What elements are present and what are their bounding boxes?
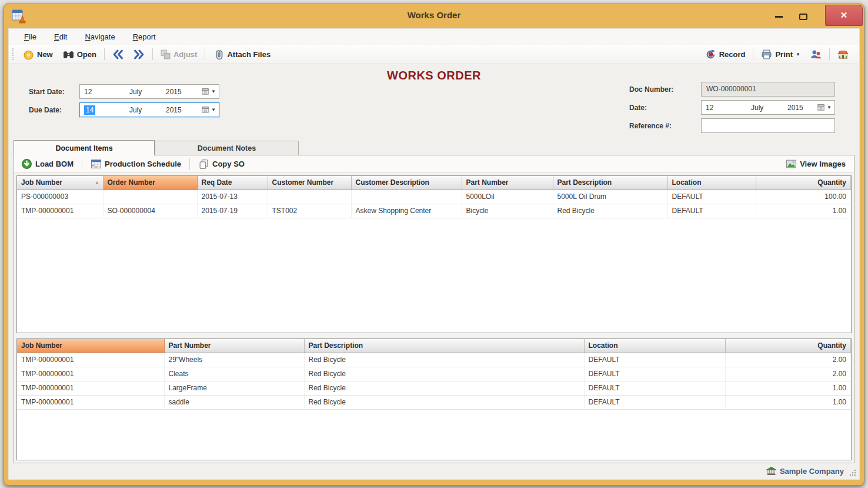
reference-input[interactable] (701, 118, 835, 133)
table-cell[interactable]: 5000LOil (462, 190, 553, 204)
table-cell[interactable]: 2015-07-19 (197, 204, 268, 218)
menu-navigate[interactable]: Navigate (85, 32, 115, 41)
doc-date-calendar-button[interactable]: ▼ (814, 104, 834, 111)
open-button[interactable]: Open (61, 47, 99, 62)
column-header[interactable]: Location (667, 176, 756, 190)
table-cell[interactable]: TMP-000000001 (17, 367, 164, 381)
start-date-year[interactable]: 2015 (166, 88, 199, 96)
table-row[interactable]: TMP-000000001SO-0000000042015-07-19TST00… (17, 204, 851, 218)
table-cell[interactable] (268, 190, 351, 204)
column-header[interactable]: Req Date (197, 176, 268, 190)
table-row[interactable]: TMP-000000001LargeFrameRed BicycleDEFAUL… (17, 381, 851, 395)
record-button[interactable]: Record (703, 47, 748, 62)
table-cell[interactable]: DEFAULT (584, 353, 725, 367)
production-schedule-button[interactable]: Production Schedule (88, 157, 183, 171)
load-bom-button[interactable]: Load BOM (19, 157, 76, 171)
due-date-year[interactable]: 2015 (166, 106, 199, 114)
column-header[interactable]: Quantity (725, 339, 851, 353)
maximize-button[interactable] (792, 8, 814, 25)
table-cell[interactable]: DEFAULT (584, 395, 725, 409)
table-cell[interactable]: TST002 (268, 204, 351, 218)
table-cell[interactable]: 1.00 (725, 381, 851, 395)
new-button[interactable]: New (21, 47, 55, 62)
due-date-field[interactable]: 14 July 2015 ▼ (79, 102, 219, 117)
doc-date-field[interactable]: 12 July 2015 ▼ (701, 100, 835, 115)
print-button[interactable]: Print ▼ (759, 47, 803, 62)
column-header[interactable]: Part Number (164, 339, 304, 353)
table-cell[interactable]: 100.00 (756, 190, 851, 204)
copy-so-button[interactable]: Copy SO (196, 157, 247, 171)
column-header[interactable]: Order Number (103, 176, 197, 190)
table-row[interactable]: TMP-00000000129"WheelsRed BicycleDEFAULT… (17, 353, 851, 367)
close-button[interactable]: ✕ (825, 5, 863, 26)
table-cell[interactable]: SO-000000004 (103, 204, 197, 218)
column-header[interactable]: Job Number▲ (17, 176, 103, 190)
column-header[interactable]: Job Number (17, 339, 164, 353)
due-date-calendar-button[interactable]: ▼ (199, 106, 219, 114)
menu-edit[interactable]: Edit (54, 32, 67, 41)
table-cell[interactable]: Cleats (164, 367, 304, 381)
table-cell[interactable]: DEFAULT (667, 204, 756, 218)
due-date-month[interactable]: July (129, 106, 166, 114)
table-cell[interactable]: PS-000000003 (17, 190, 103, 204)
tab-document-items[interactable]: Document Items (14, 140, 155, 155)
toolbar-grip[interactable] (12, 48, 14, 60)
start-date-day[interactable]: 12 (80, 88, 129, 96)
view-images-button[interactable]: View Images (783, 157, 848, 171)
table-cell[interactable]: 1.00 (756, 204, 851, 218)
column-header[interactable]: Part Description (304, 339, 584, 353)
table-cell[interactable]: 29"Wheels (164, 353, 304, 367)
start-date-calendar-button[interactable]: ▼ (199, 88, 219, 95)
table-cell[interactable]: Red Bicycle (304, 367, 584, 381)
table-row[interactable]: TMP-000000001saddleRed BicycleDEFAULT1.0… (17, 395, 851, 409)
table-cell[interactable]: DEFAULT (584, 367, 725, 381)
print-dropdown-caret[interactable]: ▼ (796, 52, 800, 57)
table-cell[interactable]: DEFAULT (667, 190, 756, 204)
table-cell[interactable]: DEFAULT (584, 381, 725, 395)
table-cell[interactable]: LargeFrame (164, 381, 304, 395)
table-cell[interactable]: Red Bicycle (304, 381, 584, 395)
doc-date-month[interactable]: July (751, 104, 787, 112)
table-cell[interactable]: 2.00 (725, 353, 851, 367)
column-header[interactable]: Part Description (553, 176, 667, 190)
table-cell[interactable]: 1.00 (725, 395, 851, 409)
tab-document-notes[interactable]: Document Notes (155, 141, 299, 155)
table-cell[interactable]: TMP-000000001 (17, 381, 164, 395)
table-cell[interactable]: 2.00 (725, 367, 851, 381)
column-header[interactable]: Customer Description (351, 176, 462, 190)
start-date-field[interactable]: 12 July 2015 ▼ (79, 84, 219, 99)
column-header[interactable]: Location (584, 339, 725, 353)
column-header[interactable]: Quantity (756, 176, 851, 190)
adjust-button[interactable]: Adjust (158, 48, 199, 61)
menu-file[interactable]: File (24, 32, 36, 41)
due-date-day[interactable]: 14 (80, 106, 129, 114)
table-cell[interactable] (103, 190, 197, 204)
column-header[interactable]: Customer Number (268, 176, 351, 190)
minimize-button[interactable] (767, 8, 790, 25)
column-header[interactable]: Part Number (462, 176, 553, 190)
store-button[interactable] (835, 47, 851, 62)
table-cell[interactable]: TMP-000000001 (17, 395, 164, 409)
menu-report[interactable]: Report (133, 32, 156, 41)
table-cell[interactable]: 2015-07-13 (197, 190, 268, 204)
table-cell[interactable] (351, 190, 462, 204)
table-row[interactable]: TMP-000000001CleatsRed BicycleDEFAULT2.0… (17, 367, 851, 381)
table-cell[interactable]: saddle (164, 395, 304, 409)
start-date-month[interactable]: July (129, 88, 166, 96)
attach-files-button[interactable]: Attach Files (211, 47, 273, 62)
table-row[interactable]: PS-0000000032015-07-135000LOil5000L Oil … (17, 190, 851, 204)
table-cell[interactable]: TMP-000000001 (17, 353, 164, 367)
next-record-button[interactable] (131, 47, 147, 62)
table-cell[interactable]: Red Bicycle (304, 395, 584, 409)
resize-grip[interactable] (849, 469, 856, 476)
doc-date-year[interactable]: 2015 (787, 104, 814, 112)
table-cell[interactable]: Red Bicycle (304, 353, 584, 367)
previous-record-button[interactable] (110, 47, 126, 62)
table-cell[interactable]: Askew Shopping Center (351, 204, 462, 218)
doc-date-day[interactable]: 12 (702, 104, 751, 112)
table-cell[interactable]: Red Bicycle (553, 204, 667, 218)
table-cell[interactable]: 5000L Oil Drum (553, 190, 667, 204)
users-button[interactable] (808, 47, 824, 62)
table-cell[interactable]: TMP-000000001 (17, 204, 103, 218)
table-cell[interactable]: Bicycle (462, 204, 553, 218)
